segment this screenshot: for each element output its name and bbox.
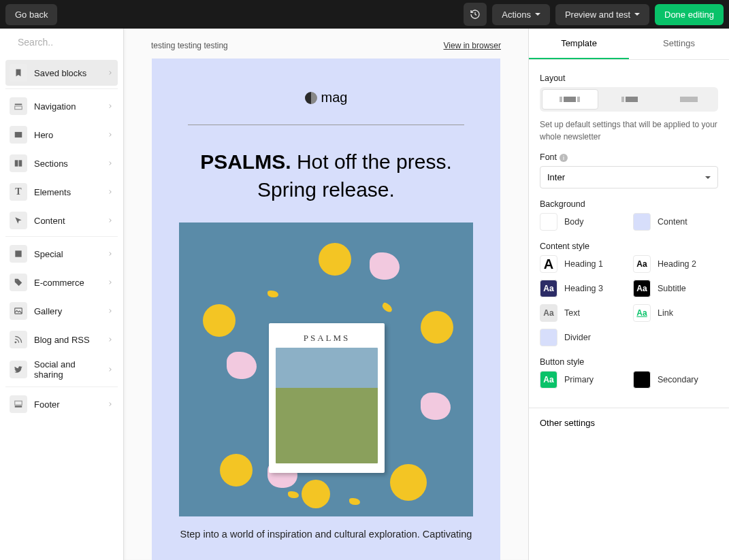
sidebar-item-sections[interactable]: Sections [5,150,118,176]
chevron-right-icon [107,401,114,408]
logo-icon [305,92,317,104]
style-divider[interactable]: Divider [540,329,625,346]
sections-icon [10,154,27,172]
svg-rect-4 [15,132,22,137]
book-title: PSALMS [304,333,351,344]
editor-canvas[interactable]: testing testing testing View in browser … [124,29,528,560]
sidebar-item-label: Content [34,216,100,226]
preview-button[interactable]: Preview and test [555,4,649,25]
tab-settings[interactable]: Settings [629,29,729,59]
history-icon [470,9,481,20]
twitter-icon [10,361,27,378]
sidebar-item-e-commerce[interactable]: E-commerce [5,269,118,295]
swatch-preview [540,329,557,346]
search-row [0,29,123,56]
actions-label: Actions [502,10,531,20]
topbar: Go back Actions Preview and test Done ed… [0,0,729,29]
swatch-preview: A [540,255,557,273]
image-icon [10,302,27,320]
button-secondary[interactable]: Secondary [633,371,718,389]
swatch-label: Heading 3 [564,284,603,293]
font-value: Inter [547,172,565,182]
info-icon[interactable]: i [560,154,568,162]
swatch-label: Body [564,217,584,227]
preview-label: Preview and test [565,10,630,20]
style-heading-1[interactable]: AHeading 1 [540,255,625,273]
chevron-right-icon [107,131,114,138]
sidebar-item-special[interactable]: Special [5,241,118,267]
newsletter-block[interactable]: mag PSALMS. Hot off the press. Spring re… [152,59,500,560]
svg-rect-11 [15,401,22,405]
other-settings[interactable]: Other settings [529,408,729,438]
button-primary[interactable]: AaPrimary [540,371,625,389]
footer-icon [10,395,27,413]
cursor-icon [10,212,27,229]
style-text[interactable]: AaText [540,304,625,322]
sidebar-item-content[interactable]: Content [5,208,118,233]
layout-left[interactable] [602,89,658,110]
sidebar-item-saved-blocks[interactable]: Saved blocks [5,60,118,86]
search-input[interactable] [18,37,124,48]
swatch-label: Text [564,308,580,318]
swatch-preview [633,213,651,231]
tab-template[interactable]: Template [529,29,629,59]
bg-content[interactable]: Content [633,213,718,231]
sidebar-item-label: Blog and RSS [34,335,100,345]
style-heading-2[interactable]: AaHeading 2 [633,255,718,273]
chevron-right-icon [107,160,114,167]
style-subtitle[interactable]: AaSubtitle [633,280,718,297]
sidebar-item-footer[interactable]: Footer [5,391,118,417]
swatch-label: Secondary [658,375,698,384]
svg-rect-2 [15,104,22,105]
swatch-preview: Aa [540,280,557,297]
sidebar-item-navigation[interactable]: Navigation [5,93,118,119]
chevron-right-icon [107,308,114,314]
style-link[interactable]: AaLink [633,304,718,322]
svg-rect-7 [15,250,21,257]
done-editing-button[interactable]: Done editing [655,4,724,25]
headline-bold: PSALMS. [200,150,291,173]
swatch-label: Divider [564,333,591,342]
swatch-label: Primary [564,375,594,384]
actions-button[interactable]: Actions [492,4,550,25]
sidebar-item-label: Sections [34,159,100,169]
svg-point-8 [16,280,18,282]
caret-down-icon [705,176,711,179]
chevron-right-icon [107,217,114,224]
hero-image: PSALMS [179,223,473,516]
history-button[interactable] [464,3,487,26]
chevron-right-icon [107,336,114,343]
go-back-button[interactable]: Go back [5,4,57,25]
sidebar-item-label: E-commerce [34,278,100,288]
swatch-label: Link [658,308,673,318]
sidebar-item-label: Footer [34,399,100,410]
sidebar-item-hero[interactable]: Hero [5,122,118,148]
sidebar-item-social-and-sharing[interactable]: Social and sharing [5,355,118,384]
background-label: Background [540,199,718,209]
chevron-right-icon [107,188,114,195]
sidebar-item-blog-and-rss[interactable]: Blog and RSS [5,327,118,352]
swatch-label: Content [658,217,687,227]
logo: mag [305,90,348,105]
layout-full[interactable] [661,89,716,110]
special-icon [10,245,27,263]
rss-icon [10,331,27,348]
chevron-right-icon [107,250,114,257]
blocks-sidebar: Saved blocksNavigationHeroSectionsTEleme… [0,29,124,560]
bookmark-icon [10,64,27,82]
view-in-browser-link[interactable]: View in browser [444,41,501,50]
sidebar-item-elements[interactable]: TElements [5,179,118,205]
font-select[interactable]: Inter [540,166,718,188]
body-text: Step into a world of inspiration and cul… [180,529,472,540]
style-heading-3[interactable]: AaHeading 3 [540,280,625,297]
svg-rect-5 [15,160,18,166]
sidebar-item-gallery[interactable]: Gallery [5,298,118,324]
content-style-label: Content style [540,242,718,251]
divider [188,125,465,125]
layout-selector [540,87,718,112]
layout-centered[interactable] [542,89,598,110]
sidebar-item-label: Social and sharing [34,359,100,380]
button-style-label: Button style [540,357,718,367]
swatch-preview: Aa [633,280,651,297]
bg-body[interactable]: Body [540,213,625,231]
